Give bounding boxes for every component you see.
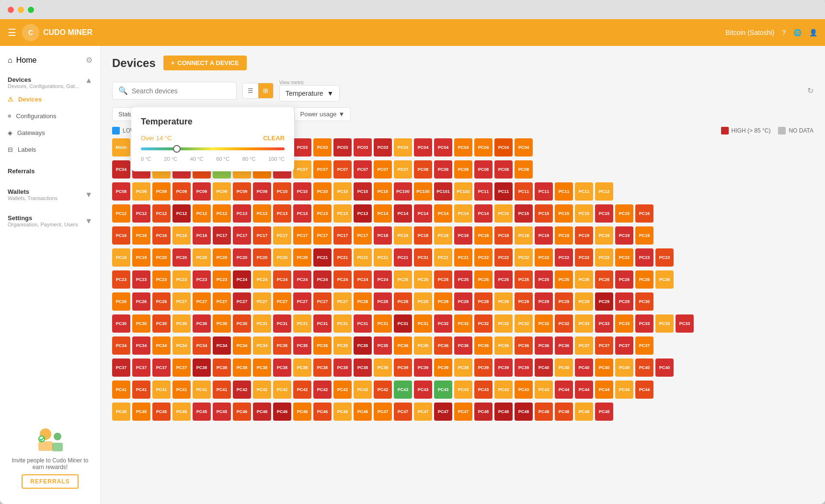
device-cell[interactable]: PC09 [172, 182, 191, 201]
device-cell[interactable]: PC42 [253, 381, 271, 399]
device-cell[interactable]: PC27 [172, 292, 191, 311]
device-cell[interactable]: PC37 [132, 358, 150, 377]
devices-section-chevron[interactable]: ▲ [85, 76, 92, 85]
device-cell[interactable]: PC32 [474, 314, 493, 333]
device-cell[interactable]: PC15 [575, 204, 593, 223]
device-cell[interactable]: PC21 [434, 248, 452, 267]
device-cell[interactable]: PC16 [172, 226, 191, 245]
sidebar-item-labels[interactable]: ⊟ Labels [0, 141, 100, 158]
device-cell[interactable]: PC10 [273, 182, 291, 201]
device-cell[interactable]: PC43 [414, 381, 432, 399]
device-cell[interactable]: PC03 [333, 138, 352, 157]
device-cell[interactable]: PC19 [555, 226, 573, 245]
device-cell[interactable]: PC101 [434, 182, 452, 201]
device-cell[interactable]: PC10 [374, 182, 392, 201]
device-cell[interactable]: PC47 [454, 403, 472, 421]
device-cell[interactable]: PC16 [132, 226, 150, 245]
account-icon[interactable]: 👤 [809, 29, 817, 36]
device-cell[interactable]: PC22 [535, 248, 553, 267]
device-cell[interactable]: PC04 [454, 138, 472, 157]
device-cell[interactable]: PC16 [152, 226, 171, 245]
device-cell[interactable]: PC31 [354, 314, 372, 333]
device-cell[interactable]: PC19 [615, 226, 633, 245]
device-cell[interactable]: PC15 [535, 204, 553, 223]
device-cell[interactable]: PC45 [152, 403, 171, 421]
device-cell[interactable]: PC33 [615, 314, 633, 333]
device-cell[interactable]: PC31 [414, 248, 432, 267]
device-cell[interactable]: PC14 [414, 204, 432, 223]
wallets-section[interactable]: Wallets Wallets, Transactions ▼ [0, 182, 100, 207]
device-cell[interactable]: PC41 [112, 381, 130, 399]
device-cell[interactable]: PC40 [595, 358, 613, 377]
help-icon[interactable]: ? [782, 29, 786, 36]
device-cell[interactable]: PC22 [555, 248, 573, 267]
device-cell[interactable]: PC25 [494, 270, 513, 289]
device-cell[interactable]: PC48 [494, 403, 513, 421]
device-cell[interactable]: PC33 [676, 314, 694, 333]
device-cell[interactable]: PC48 [595, 403, 613, 421]
device-cell[interactable]: PC07 [313, 160, 332, 179]
device-cell[interactable]: PC22 [595, 248, 613, 267]
device-cell[interactable]: PC46 [333, 403, 352, 421]
device-cell[interactable]: PC20 [152, 248, 171, 267]
device-cell[interactable]: PC13 [273, 204, 291, 223]
device-cell[interactable]: PC18 [434, 226, 452, 245]
device-cell[interactable]: PC18 [474, 226, 493, 245]
device-cell[interactable]: PC24 [313, 270, 332, 289]
device-cell[interactable]: PC27 [213, 292, 231, 311]
device-cell[interactable]: PC41 [132, 381, 150, 399]
device-cell[interactable]: PC09 [152, 182, 171, 201]
device-cell[interactable]: PC04 [494, 138, 513, 157]
device-cell[interactable]: PC27 [293, 292, 311, 311]
device-cell[interactable]: PC42 [233, 381, 251, 399]
device-cell[interactable]: PC15 [595, 204, 613, 223]
device-cell[interactable]: PC45 [132, 403, 150, 421]
device-cell[interactable]: PC36 [474, 336, 493, 355]
device-cell[interactable]: PC43 [394, 381, 412, 399]
device-cell[interactable]: PC10 [293, 182, 311, 201]
device-cell[interactable]: PC17 [354, 226, 372, 245]
power-usage-filter[interactable]: Power usage ▼ [294, 107, 351, 121]
device-cell[interactable]: PC26 [132, 292, 150, 311]
maximize-button[interactable] [28, 7, 34, 13]
device-cell[interactable]: PC48 [515, 403, 533, 421]
device-cell[interactable]: PC30 [112, 314, 130, 333]
device-cell[interactable]: PC47 [374, 403, 392, 421]
device-cell[interactable]: PC43 [515, 381, 533, 399]
device-cell[interactable]: PC19 [595, 226, 613, 245]
device-cell[interactable]: PC22 [474, 248, 493, 267]
device-cell[interactable]: PC42 [313, 381, 332, 399]
device-cell[interactable]: PC24 [293, 270, 311, 289]
device-cell[interactable]: PC18 [394, 226, 412, 245]
device-cell[interactable]: PC04 [394, 138, 412, 157]
device-cell[interactable]: PC12 [152, 204, 171, 223]
device-cell[interactable]: PC45 [193, 403, 211, 421]
device-cell[interactable]: PC15 [515, 204, 533, 223]
device-cell[interactable]: PC40 [655, 358, 674, 377]
device-cell[interactable]: PC26 [615, 270, 633, 289]
device-cell[interactable]: PC38 [193, 358, 211, 377]
device-cell[interactable]: PC09 [253, 182, 271, 201]
device-cell[interactable]: PC08 [474, 160, 493, 179]
device-cell[interactable]: PC15 [555, 204, 573, 223]
device-cell[interactable]: PC47 [394, 403, 412, 421]
device-cell[interactable]: PC40 [555, 358, 573, 377]
device-cell[interactable]: PC32 [494, 314, 513, 333]
device-cell[interactable]: PC19 [132, 248, 150, 267]
device-cell[interactable]: PC11 [575, 182, 593, 201]
device-cell[interactable]: PC41 [213, 381, 231, 399]
device-cell[interactable]: PC20 [293, 248, 311, 267]
device-cell[interactable]: PC23 [635, 248, 653, 267]
device-cell[interactable]: PC35 [333, 336, 352, 355]
device-cell[interactable]: PC08 [414, 160, 432, 179]
device-cell[interactable]: PC31 [293, 314, 311, 333]
device-cell[interactable]: PC30 [233, 314, 251, 333]
device-cell[interactable]: PC30 [172, 314, 191, 333]
device-cell[interactable]: PC21 [333, 248, 352, 267]
device-cell[interactable]: PC38 [273, 358, 291, 377]
device-cell[interactable]: PC35 [374, 336, 392, 355]
search-input[interactable] [132, 87, 230, 95]
device-cell[interactable]: PC03 [293, 138, 311, 157]
device-cell[interactable]: PC48 [474, 403, 493, 421]
device-cell[interactable]: PC03 [313, 138, 332, 157]
